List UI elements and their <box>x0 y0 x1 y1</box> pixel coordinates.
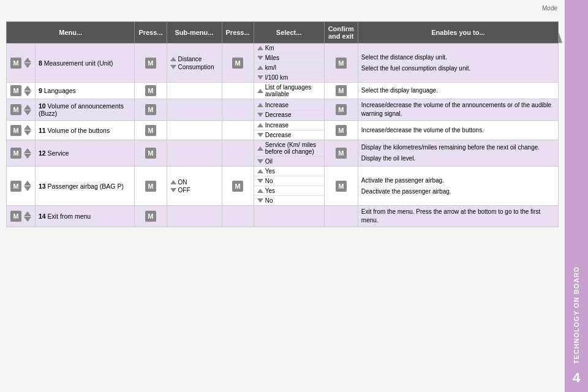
menu-btn-group: M <box>10 104 32 116</box>
arrow-up-small-icon <box>257 46 263 50</box>
submenu-cell <box>167 206 222 227</box>
confirm-cell: M <box>324 83 358 99</box>
arrow-up-small-icon <box>170 180 176 184</box>
enables-cell: Exit from the menu. Press the arrow at t… <box>358 206 558 227</box>
menu-arrow-cell: M <box>7 99 36 121</box>
press-m2-cell <box>222 83 254 99</box>
right-sidebar: TECHNOLOGY on BOARD 4 <box>565 0 588 392</box>
arrow-down-small-icon <box>257 75 263 80</box>
select-item: Yes <box>254 186 324 196</box>
menu-label: Service <box>48 149 69 157</box>
header-enables: Enables you to... <box>358 22 558 43</box>
sub-menu-item-label: Consumption <box>178 64 214 70</box>
header-confirm: Confirm and exit <box>324 22 358 43</box>
select-cell: List of languages available <box>254 83 324 99</box>
sub-menu-item: Distance <box>170 55 219 63</box>
select-item-label: Km <box>265 45 274 51</box>
press-m2-cell <box>222 206 254 227</box>
m-button: M <box>10 85 21 96</box>
select-item-label: l/100 km <box>265 74 288 81</box>
sub-menu-item-label: ON <box>178 179 187 186</box>
enables-text: Exit from the menu. Press the arrow at t… <box>361 208 555 225</box>
table-row: M8 Measurement unit (Unit)MDistanceConsu… <box>7 43 559 83</box>
m-button: M <box>336 125 347 136</box>
enables-text: Increase/decrease the volume of the anno… <box>361 101 555 118</box>
enables-cell: Select the display language. <box>358 83 558 99</box>
table-row: M12 ServiceMService (Km/ miles before oi… <box>7 140 559 167</box>
arrow-up-icon <box>24 86 31 91</box>
arrow-down-small-icon <box>257 133 263 137</box>
select-cell: KmMileskm/ll/100 km <box>254 43 324 83</box>
table-row: M10 Volume of announcements (Buzz)MIncre… <box>7 99 559 121</box>
menu-arrow-cell: M <box>7 83 36 99</box>
enables-cell: Display the kilometres/miles remaining b… <box>358 140 558 167</box>
select-item-label: Decrease <box>265 111 292 118</box>
enables-paragraph: Display the oil level. <box>361 154 555 163</box>
select-item: No <box>254 196 324 205</box>
menu-number: 14 <box>39 213 48 220</box>
menu-label: Passenger airbag (BAG P) <box>48 183 124 190</box>
sidebar-label: TECHNOLOGY on BOARD <box>573 266 580 364</box>
arrow-up-small-icon <box>257 103 263 107</box>
select-item-label: Increase <box>265 122 288 129</box>
enables-paragraph: Exit from the menu. Press the arrow at t… <box>361 208 555 225</box>
arrow-down-small-icon <box>257 179 263 183</box>
select-cell: IncreaseDecrease <box>254 99 324 121</box>
menu-arrow-cell: M <box>7 121 36 140</box>
sub-menu-item: ON <box>170 178 219 186</box>
arrow-up-down-group <box>24 125 31 135</box>
submenu-cell: ONOFF <box>167 167 222 206</box>
menu-btn-group: M <box>10 124 32 137</box>
m-button: M <box>336 104 347 115</box>
select-item-label: Increase <box>265 102 288 108</box>
arrow-up-small-icon <box>170 57 176 61</box>
menu-arrow-cell: M <box>7 43 36 83</box>
menu-label-cell: 14 Exit from menu <box>36 206 135 227</box>
select-item-label: km/l <box>265 64 276 71</box>
arrow-down-small-icon <box>170 188 176 192</box>
arrow-down-small-icon <box>170 65 176 69</box>
select-item: Decrease <box>254 110 324 119</box>
menu-label: Volume of announcements (Buzz) <box>39 102 124 117</box>
menu-label: Volume of the buttons <box>48 127 110 134</box>
arrow-down-icon <box>24 110 31 115</box>
arrow-down-icon <box>24 130 31 135</box>
arrow-down-icon <box>24 63 31 68</box>
m-button: M <box>145 148 156 159</box>
select-item-label: Yes <box>265 187 275 194</box>
press-m-cell: M <box>135 167 167 206</box>
menu-arrow-cell: M <box>7 206 36 227</box>
sidebar-number: 4 <box>573 370 580 386</box>
confirm-cell: M <box>324 140 358 167</box>
menu-number: 11 <box>39 127 48 134</box>
confirm-cell: M <box>324 167 358 206</box>
submenu-cell <box>167 121 222 140</box>
enables-cell: Increase/decrease the volume of the butt… <box>358 121 558 140</box>
header-select: Select... <box>254 22 324 43</box>
confirm-cell: M <box>324 99 358 121</box>
menu-number: 8 <box>39 59 44 67</box>
select-item: Miles <box>254 53 324 63</box>
arrow-up-down-group <box>24 148 31 159</box>
arrow-down-icon <box>24 186 31 191</box>
menu-label-cell: 9 Languages <box>36 83 135 99</box>
table-row: M11 Volume of the buttonsMIncreaseDecrea… <box>7 121 559 140</box>
sub-menu-item-label: Distance <box>178 56 202 62</box>
arrow-up-icon <box>24 211 31 216</box>
press-m2-cell: M <box>222 43 254 83</box>
mode-label: Mode <box>542 5 557 12</box>
submenu-cell <box>167 99 222 121</box>
enables-cell: Activate the passenger airbag.Deactivate… <box>358 167 558 206</box>
enables-cell: Increase/decrease the volume of the anno… <box>358 99 558 121</box>
arrow-up-icon <box>24 105 31 110</box>
press-m2-cell <box>222 140 254 167</box>
arrow-down-icon <box>24 154 31 159</box>
press-m-cell: M <box>135 83 167 99</box>
enables-cell: Select the distance display unit.Select … <box>358 43 558 83</box>
menu-number: 13 <box>39 183 48 190</box>
confirm-cell: M <box>324 121 358 140</box>
menu-number: 9 <box>39 87 44 94</box>
press-m2-cell <box>222 121 254 140</box>
m-button: M <box>232 181 243 192</box>
press-m-cell: M <box>135 99 167 121</box>
